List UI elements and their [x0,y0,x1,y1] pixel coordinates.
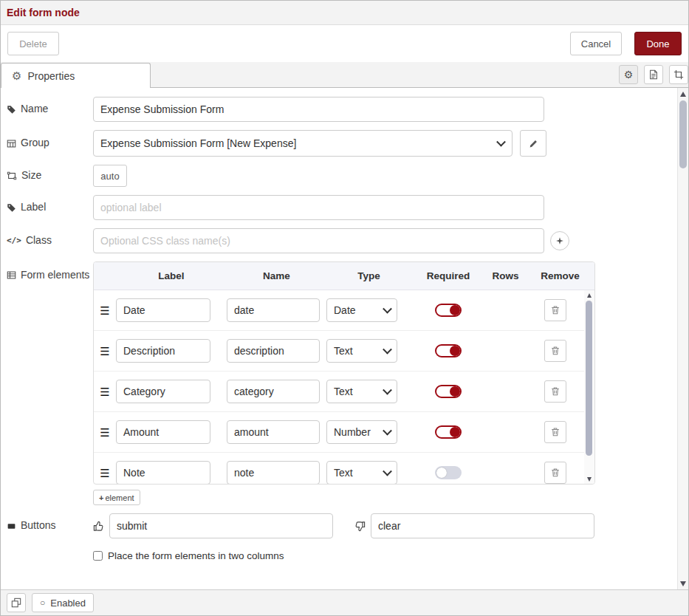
class-picker-button[interactable] [550,231,569,250]
element-label-input[interactable] [116,298,210,322]
form-element-row: ☰ Text [94,372,594,412]
element-name-input[interactable] [227,461,320,484]
gear-icon: ⚙ [624,69,634,81]
field-row-size: Size auto [7,165,666,187]
group-label-text: Group [21,137,49,150]
form-elements-editor: Label Name Type Required Rows Remove ☰ D… [93,261,666,505]
scroll-up-button[interactable] [678,88,688,100]
element-label-input[interactable] [116,461,210,484]
form-elements-label: Form elements [7,261,93,282]
remove-element-button[interactable] [544,340,566,362]
element-name-input[interactable] [227,420,320,444]
two-columns-checkbox[interactable] [93,551,103,561]
element-label-input[interactable] [116,420,210,444]
form-element-row: ☰ Date [94,290,594,331]
group-select[interactable]: Expense Submission Form [New Expense] [93,130,513,157]
elements-scrollbar[interactable] [584,290,594,484]
drag-handle-icon[interactable]: ☰ [94,346,116,357]
required-toggle[interactable] [435,344,462,357]
dialog-title: Edit form node [7,7,80,18]
element-type-select[interactable]: Number [326,420,397,444]
thumbs-up-icon [93,521,104,532]
scroll-down-button[interactable] [678,578,688,589]
buttons-label-text: Buttons [21,519,55,533]
delete-button[interactable]: Delete [7,32,59,55]
gear-icon: ⚙ [12,70,21,81]
submit-button-text-input[interactable] [109,513,333,538]
elements-scroll-up-button[interactable] [584,290,594,300]
trash-icon [550,386,561,397]
name-label: Name [7,103,93,116]
drag-handle-icon[interactable]: ☰ [94,427,116,438]
form-elements-table-header: Label Name Type Required Rows Remove [94,262,594,290]
node-appearance-button[interactable] [669,65,688,84]
element-type-select[interactable]: Date [326,298,397,322]
required-toggle[interactable] [435,385,462,398]
remove-element-button[interactable] [544,380,566,403]
clear-button-text-input[interactable] [371,513,594,538]
sparkle-icon [555,236,564,245]
enabled-toggle-button[interactable]: ○ Enabled [32,593,94,612]
element-name-input[interactable] [227,298,320,322]
size-button[interactable]: auto [93,165,127,187]
code-icon: </> [7,236,21,246]
vertical-scrollbar[interactable] [677,88,688,589]
element-label-input[interactable] [116,380,210,403]
remove-element-button[interactable] [544,462,566,484]
label-label-text: Label [21,201,46,214]
form-elements-table-body: ☰ Date [94,290,594,484]
field-row-label: Label [7,195,666,220]
form-element-row: ☰ Text [94,331,594,372]
field-row-name: Name [7,97,666,122]
table-rows-icon [7,270,16,280]
class-input[interactable] [93,228,544,253]
elements-scrollbar-thumb[interactable] [586,301,592,456]
cancel-button[interactable]: Cancel [570,32,622,55]
required-toggle[interactable] [435,466,462,479]
class-label-text: Class [26,234,52,247]
two-columns-checkbox-label[interactable]: Place the form elements in two columns [93,550,284,561]
element-name-input[interactable] [227,339,320,363]
crop-icon [673,69,684,80]
field-row-two-columns: Place the form elements in two columns [7,550,666,561]
remove-element-button[interactable] [544,421,566,443]
arrow-down-icon [587,477,592,482]
buttons-label: Buttons [7,519,93,533]
tabbar-buttons: ⚙ [619,65,688,87]
trash-icon [550,468,561,478]
label-input[interactable] [93,195,544,220]
element-type-select[interactable]: Text [326,380,397,403]
scrollbar-thumb[interactable] [679,100,687,168]
drag-handle-icon[interactable]: ☰ [94,305,116,316]
tab-properties[interactable]: ⚙ Properties [1,63,151,88]
add-element-button[interactable]: +element [93,490,140,505]
element-name-input[interactable] [227,380,320,403]
group-edit-button[interactable] [520,130,546,157]
tab-bar: ⚙ Properties ⚙ [1,62,688,88]
required-toggle[interactable] [435,304,462,317]
label-label: Label [7,201,93,214]
element-label-input[interactable] [116,339,210,363]
elements-scroll-down-button[interactable] [584,474,594,484]
field-row-buttons: Buttons [7,513,666,538]
drag-handle-icon[interactable]: ☰ [94,386,116,397]
required-toggle[interactable] [435,425,462,439]
done-button[interactable]: Done [634,32,682,55]
element-type-select[interactable]: Text [326,339,397,363]
remove-element-button[interactable] [544,299,566,321]
dialog-body: Name Group Expense Submission Form [New … [1,88,688,589]
header-type-col: Type [326,270,411,281]
tag-icon [7,105,16,114]
node-settings-button[interactable]: ⚙ [619,65,638,84]
node-description-button[interactable] [644,65,663,84]
element-type-select[interactable]: Text [326,461,397,484]
drag-handle-icon[interactable]: ☰ [94,468,116,479]
trash-icon [550,305,561,315]
node-info-button[interactable] [7,593,26,612]
name-input[interactable] [93,97,544,122]
toolbar: Delete Cancel Done [1,25,688,62]
header-required-col: Required [411,270,485,281]
size-label: Size [7,169,93,182]
document-icon [648,69,659,80]
header-rows-col: Rows [485,270,526,281]
